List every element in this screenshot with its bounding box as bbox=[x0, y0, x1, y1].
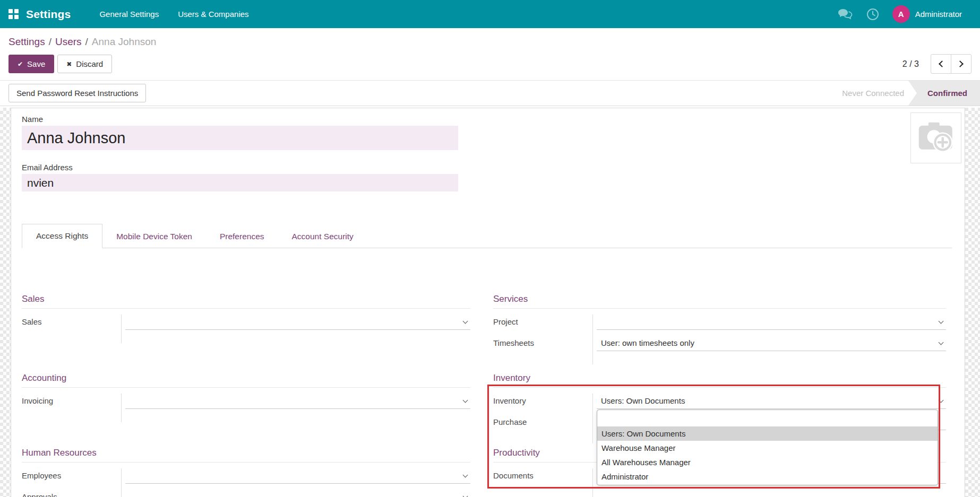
sales-select[interactable] bbox=[125, 315, 470, 330]
chevron-down-icon bbox=[463, 319, 468, 324]
pager: 2 / 3 bbox=[902, 54, 972, 74]
documents-label: Documents bbox=[493, 468, 592, 483]
pager-previous-button[interactable] bbox=[931, 54, 951, 74]
left-column: Sales Sales bbox=[22, 293, 470, 497]
breadcrumb-separator: / bbox=[45, 36, 55, 47]
form-sheet: Name Email Address Access Rights Mobile … bbox=[11, 108, 965, 497]
pager-next-button[interactable] bbox=[951, 54, 972, 74]
breadcrumb-separator: / bbox=[82, 36, 92, 47]
tab-access-rights[interactable]: Access Rights bbox=[22, 224, 102, 248]
notebook-tabs: Access Rights Mobile Device Token Prefer… bbox=[22, 224, 952, 248]
name-input[interactable] bbox=[22, 126, 458, 150]
breadcrumb-current: Anna Johnson bbox=[92, 36, 157, 47]
check-icon: ✔ bbox=[18, 60, 23, 68]
messages-icon[interactable] bbox=[837, 7, 853, 21]
project-select[interactable] bbox=[597, 315, 946, 330]
chevron-down-icon bbox=[463, 494, 468, 497]
status-never-connected[interactable]: Never Connected bbox=[842, 81, 908, 106]
email-input[interactable] bbox=[22, 174, 458, 191]
sales-label: Sales bbox=[22, 315, 121, 329]
inventory-option-administrator[interactable]: Administrator bbox=[597, 469, 938, 484]
section-title-sales: Sales bbox=[22, 293, 470, 305]
save-button[interactable]: ✔ Save bbox=[8, 55, 54, 73]
avatar[interactable]: A bbox=[892, 5, 910, 23]
navbar-menu: General Settings Users & Companies bbox=[92, 5, 256, 23]
user-name: Administrator bbox=[915, 10, 962, 19]
camera-plus-icon bbox=[916, 120, 956, 155]
chevron-down-icon bbox=[939, 340, 944, 345]
invoicing-select[interactable] bbox=[125, 394, 470, 409]
field-row-sales: Sales bbox=[22, 315, 470, 336]
apps-grid-icon[interactable] bbox=[8, 9, 19, 19]
section-inventory: Inventory Inventory Users: Own Documents bbox=[493, 372, 946, 447]
section-services: Services Project Timeshee bbox=[493, 293, 946, 372]
timesheets-label: Timesheets bbox=[493, 336, 592, 351]
section-title-human-resources: Human Resources bbox=[22, 447, 470, 459]
settings-user-page: Settings General Settings Users & Compan… bbox=[0, 0, 980, 497]
breadcrumb-row: Settings/Users/Anna Johnson bbox=[0, 28, 980, 50]
approvals-select[interactable] bbox=[125, 490, 470, 497]
access-rights-panel: Sales Sales bbox=[22, 248, 952, 497]
email-label: Email Address bbox=[22, 163, 952, 172]
top-navbar: Settings General Settings Users & Compan… bbox=[0, 0, 980, 28]
tab-account-security[interactable]: Account Security bbox=[278, 225, 367, 248]
inventory-option-warehouse-manager[interactable]: Warehouse Manager bbox=[597, 441, 938, 455]
project-label: Project bbox=[493, 315, 592, 329]
close-icon: ✖ bbox=[66, 60, 72, 68]
inventory-option-users-own-documents[interactable]: Users: Own Documents bbox=[597, 426, 938, 441]
breadcrumb-users[interactable]: Users bbox=[55, 36, 82, 47]
app-title[interactable]: Settings bbox=[26, 8, 71, 21]
section-accounting: Accounting Invoicing bbox=[22, 372, 470, 447]
section-human-resources: Human Resources Employees bbox=[22, 447, 470, 497]
menu-general-settings[interactable]: General Settings bbox=[92, 5, 166, 23]
status-row: Send Password Reset Instructions Never C… bbox=[0, 81, 980, 106]
chevron-right-icon bbox=[957, 60, 964, 67]
chevron-down-icon bbox=[463, 398, 468, 403]
approvals-label: Approvals bbox=[22, 490, 121, 497]
inventory-dropdown: Users: Own Documents Warehouse Manager A… bbox=[597, 409, 938, 485]
inventory-label: Inventory bbox=[493, 394, 592, 408]
field-row-approvals: Approvals bbox=[22, 490, 470, 497]
employees-label: Employees bbox=[22, 468, 121, 483]
navbar-icons: A Administrator bbox=[837, 5, 962, 23]
content-background: Name Email Address Access Rights Mobile … bbox=[0, 108, 980, 497]
status-confirmed[interactable]: Confirmed bbox=[908, 81, 980, 106]
section-title-services: Services bbox=[493, 293, 946, 305]
invoicing-label: Invoicing bbox=[22, 394, 121, 408]
control-panel: ✔ Save ✖ Discard 2 / 3 bbox=[0, 50, 980, 81]
field-row-employees: Employees bbox=[22, 468, 470, 490]
inventory-select[interactable]: Users: Own Documents Users: Own Document… bbox=[597, 394, 946, 409]
tab-mobile-device-token[interactable]: Mobile Device Token bbox=[102, 225, 206, 248]
activities-clock-icon[interactable] bbox=[866, 7, 880, 21]
chevron-down-icon bbox=[463, 473, 468, 478]
save-button-label: Save bbox=[27, 59, 45, 68]
discard-button-label: Discard bbox=[76, 59, 103, 68]
discard-button[interactable]: ✖ Discard bbox=[57, 55, 112, 73]
purchase-label: Purchase bbox=[493, 415, 592, 430]
timesheets-select[interactable]: User: own timesheets only bbox=[597, 336, 946, 351]
breadcrumb: Settings/Users/Anna Johnson bbox=[8, 36, 972, 48]
employees-select[interactable] bbox=[125, 468, 470, 484]
send-password-reset-button[interactable]: Send Password Reset Instructions bbox=[8, 84, 146, 102]
section-title-inventory: Inventory bbox=[493, 372, 946, 384]
section-title-accounting: Accounting bbox=[22, 372, 470, 384]
inventory-option-all-warehouses-manager[interactable]: All Warehouses Manager bbox=[597, 455, 938, 469]
user-photo-upload[interactable] bbox=[910, 112, 961, 163]
statusbar: Never Connected Confirmed bbox=[842, 81, 980, 106]
chevron-down-icon bbox=[939, 398, 944, 403]
section-sales: Sales Sales bbox=[22, 293, 470, 372]
name-label: Name bbox=[22, 115, 952, 124]
field-row-inventory: Inventory Users: Own Documents Users: Ow… bbox=[493, 394, 946, 415]
chevron-left-icon bbox=[939, 60, 945, 67]
field-row-timesheets: Timesheets User: own timesheets only bbox=[493, 336, 946, 357]
email-block: Email Address bbox=[22, 163, 952, 191]
menu-users-companies[interactable]: Users & Companies bbox=[170, 5, 256, 23]
field-row-invoicing: Invoicing bbox=[22, 394, 470, 415]
inventory-option-blank[interactable] bbox=[597, 410, 938, 426]
chevron-down-icon bbox=[939, 319, 944, 324]
pager-count: 2 / 3 bbox=[902, 59, 919, 69]
user-menu[interactable]: A Administrator bbox=[892, 5, 962, 23]
breadcrumb-settings[interactable]: Settings bbox=[8, 36, 45, 47]
tab-preferences[interactable]: Preferences bbox=[206, 225, 278, 248]
right-column: Services Project Timeshee bbox=[493, 293, 946, 497]
